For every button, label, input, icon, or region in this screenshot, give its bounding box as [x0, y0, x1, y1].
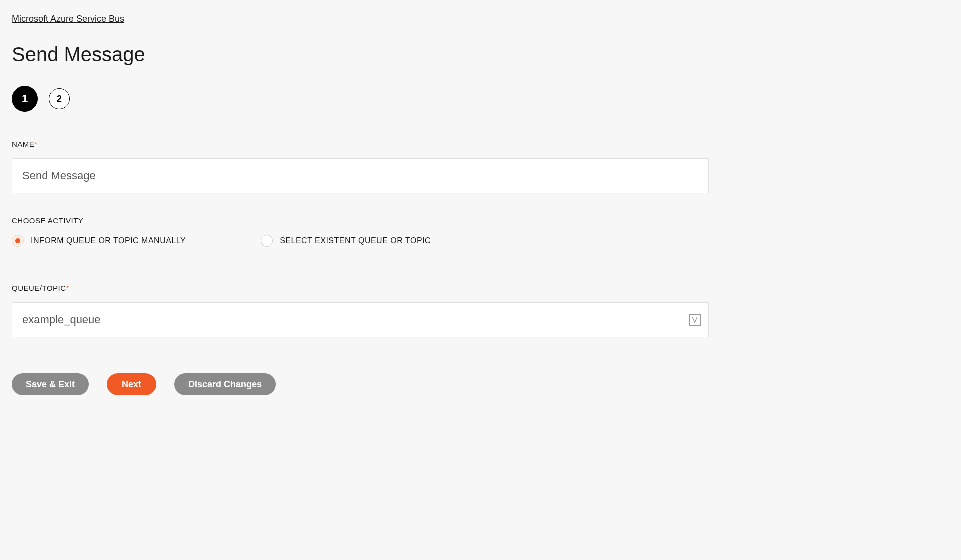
- name-label: NAME*: [12, 140, 711, 148]
- step-connector: [38, 99, 49, 100]
- radio-dot-icon: [16, 238, 20, 244]
- page-title: Send Message: [12, 44, 949, 66]
- variable-picker-icon[interactable]: [689, 314, 701, 326]
- radio-circle-icon: [12, 235, 24, 247]
- choose-activity-group: CHOOSE ACTIVITY INFORM QUEUE OR TOPIC MA…: [12, 216, 711, 247]
- queue-topic-input[interactable]: [12, 302, 709, 338]
- name-label-text: NAME: [12, 140, 34, 148]
- radio-inform-label: INFORM QUEUE OR TOPIC MANUALLY: [31, 236, 186, 246]
- button-row: Save & Exit Next Discard Changes: [12, 374, 949, 396]
- queue-topic-label-text: QUEUE/TOPIC: [12, 284, 66, 292]
- queue-topic-label: QUEUE/TOPIC*: [12, 284, 711, 292]
- required-marker: *: [66, 284, 70, 292]
- queue-topic-input-wrapper: [12, 302, 709, 338]
- radio-select-label: SELECT EXISTENT QUEUE OR TOPIC: [280, 236, 431, 246]
- choose-activity-label: CHOOSE ACTIVITY: [12, 216, 711, 225]
- next-button[interactable]: Next: [107, 374, 156, 396]
- activity-radio-row: INFORM QUEUE OR TOPIC MANUALLY SELECT EX…: [12, 235, 711, 247]
- name-input[interactable]: [12, 158, 709, 194]
- discard-changes-button[interactable]: Discard Changes: [174, 374, 276, 396]
- radio-inform-manually[interactable]: INFORM QUEUE OR TOPIC MANUALLY: [12, 235, 186, 247]
- breadcrumb-link[interactable]: Microsoft Azure Service Bus: [12, 14, 124, 24]
- radio-circle-icon: [261, 235, 273, 247]
- queue-topic-group: QUEUE/TOPIC*: [12, 284, 711, 338]
- stepper: 1 2: [12, 86, 949, 112]
- required-marker: *: [34, 140, 38, 148]
- step-2[interactable]: 2: [49, 88, 70, 110]
- save-exit-button[interactable]: Save & Exit: [12, 374, 89, 396]
- name-field-group: NAME*: [12, 140, 711, 194]
- step-1[interactable]: 1: [12, 86, 38, 112]
- radio-select-existent[interactable]: SELECT EXISTENT QUEUE OR TOPIC: [261, 235, 431, 247]
